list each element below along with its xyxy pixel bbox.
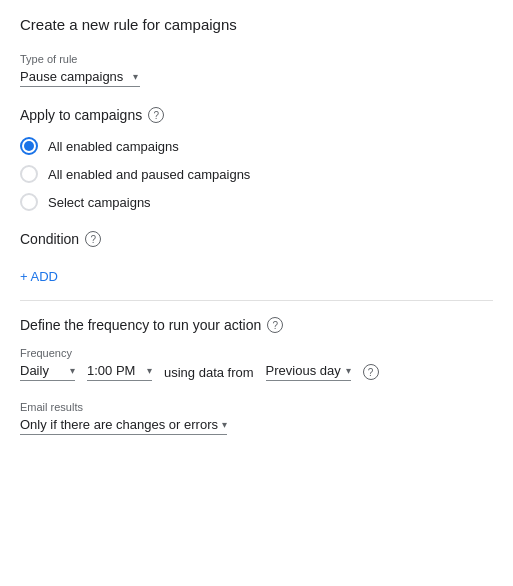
time-select-wrapper[interactable]: 12:00 AM 1:00 AM 2:00 AM 12:00 PM 1:00 P… [87,363,152,381]
radio-label-all-enabled-paused: All enabled and paused campaigns [48,167,250,182]
apply-to-campaigns-heading: Apply to campaigns [20,107,142,123]
previous-day-dropdown-icon: ▾ [346,365,351,376]
email-results-row: Only if there are changes or errors Alwa… [20,417,493,435]
type-of-rule-select[interactable]: Pause campaigns Enable campaigns Change … [20,69,131,84]
email-results-dropdown-icon: ▾ [222,419,227,430]
radio-option-all-enabled-paused[interactable]: All enabled and paused campaigns [20,165,493,183]
type-of-rule-select-wrapper[interactable]: Pause campaigns Enable campaigns Change … [20,69,140,87]
time-dropdown-icon: ▾ [147,365,152,376]
email-results-select-wrapper[interactable]: Only if there are changes or errors Alwa… [20,417,227,435]
email-results-select[interactable]: Only if there are changes or errors Alwa… [20,417,220,432]
previous-day-select-wrapper[interactable]: Previous day Same day Last 7 days Last 1… [266,363,351,381]
frequency-section-help-icon[interactable]: ? [267,317,283,333]
type-of-rule-label: Type of rule [20,53,493,65]
type-of-rule-dropdown-icon: ▾ [133,71,138,82]
add-condition-link[interactable]: + ADD [20,269,58,284]
condition-help-icon[interactable]: ? [85,231,101,247]
radio-circle-all-enabled-paused [20,165,38,183]
frequency-section-heading: Define the frequency to run your action [20,317,261,333]
radio-option-all-enabled[interactable]: All enabled campaigns [20,137,493,155]
previous-day-select[interactable]: Previous day Same day Last 7 days Last 1… [266,363,344,378]
previous-day-help-icon[interactable]: ? [363,364,379,380]
apply-to-campaigns-help-icon[interactable]: ? [148,107,164,123]
radio-label-select-campaigns: Select campaigns [48,195,151,210]
email-results-section: Email results Only if there are changes … [20,401,493,435]
section-divider [20,300,493,301]
frequency-select-wrapper[interactable]: Daily Weekly Monthly Once ▾ [20,363,75,381]
frequency-select[interactable]: Daily Weekly Monthly Once [20,363,68,378]
apply-to-campaigns-radio-group: All enabled campaigns All enabled and pa… [20,137,493,211]
time-select[interactable]: 12:00 AM 1:00 AM 2:00 AM 12:00 PM 1:00 P… [87,363,145,378]
radio-option-select-campaigns[interactable]: Select campaigns [20,193,493,211]
frequency-label: Frequency [20,347,493,359]
frequency-dropdown-icon: ▾ [70,365,75,376]
radio-label-all-enabled: All enabled campaigns [48,139,179,154]
using-data-from-text: using data from [164,365,254,380]
page-title: Create a new rule for campaigns [20,16,493,33]
email-results-label: Email results [20,401,493,413]
condition-heading: Condition [20,231,79,247]
radio-circle-all-enabled [20,137,38,155]
radio-circle-select-campaigns [20,193,38,211]
